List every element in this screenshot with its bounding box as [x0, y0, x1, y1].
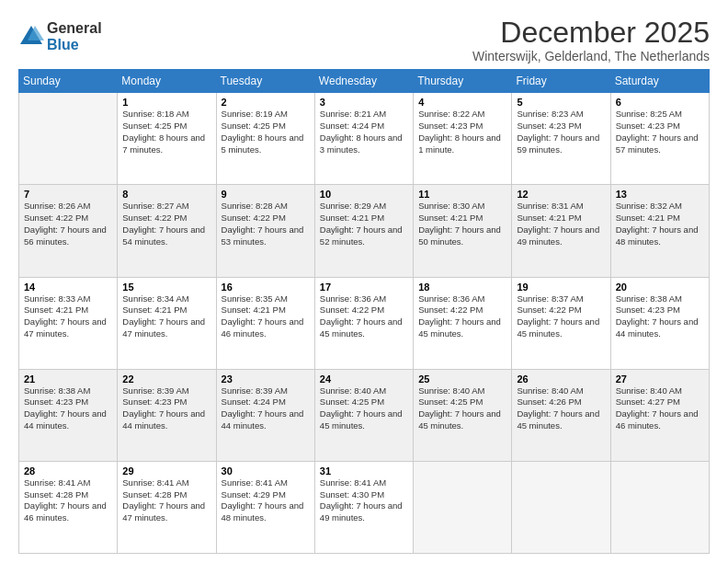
daylight-hours: Daylight: 8 hours and 5 minutes. [222, 132, 304, 155]
calendar-day: 28Sunrise: 8:41 AMSunset: 4:28 PMDayligh… [19, 461, 118, 553]
day-number: 4 [418, 97, 506, 108]
calendar-day: 13Sunrise: 8:32 AMSunset: 4:21 PMDayligh… [610, 185, 709, 277]
day-info: Sunrise: 8:41 AMSunset: 4:30 PMDaylight:… [320, 477, 408, 524]
calendar-day: 23Sunrise: 8:39 AMSunset: 4:24 PMDayligh… [216, 369, 314, 461]
daylight-hours: Daylight: 7 hours and 45 minutes. [418, 408, 501, 431]
daylight-hours: Daylight: 7 hours and 45 minutes. [418, 316, 501, 339]
calendar-day: 24Sunrise: 8:40 AMSunset: 4:25 PMDayligh… [314, 369, 413, 461]
calendar-day: 30Sunrise: 8:41 AMSunset: 4:29 PMDayligh… [216, 461, 314, 553]
calendar-day [610, 461, 709, 553]
day-info: Sunrise: 8:27 AMSunset: 4:22 PMDaylight:… [122, 201, 210, 247]
sunrise: Sunrise: 8:30 AM [418, 201, 484, 211]
col-wednesday: Wednesday [314, 70, 413, 93]
logo-icon [18, 24, 44, 50]
daylight-hours: Daylight: 7 hours and 45 minutes. [517, 408, 599, 431]
calendar-day: 26Sunrise: 8:40 AMSunset: 4:26 PMDayligh… [512, 369, 610, 461]
day-number: 28 [24, 465, 112, 477]
day-info: Sunrise: 8:37 AMSunset: 4:22 PMDaylight:… [517, 293, 605, 340]
daylight-hours: Daylight: 7 hours and 44 minutes. [24, 408, 107, 431]
sunrise: Sunrise: 8:38 AM [616, 293, 682, 304]
col-tuesday: Tuesday [216, 70, 314, 93]
daylight-hours: Daylight: 8 hours and 1 minute. [418, 132, 501, 155]
calendar-week-2: 7Sunrise: 8:26 AMSunset: 4:22 PMDaylight… [19, 185, 710, 277]
logo: General Blue [18, 20, 102, 52]
calendar-day: 5Sunrise: 8:23 AMSunset: 4:23 PMDaylight… [512, 93, 610, 185]
sunset: Sunset: 4:26 PM [517, 396, 581, 407]
day-info: Sunrise: 8:39 AMSunset: 4:24 PMDaylight:… [222, 385, 310, 432]
sunset: Sunset: 4:30 PM [320, 489, 384, 500]
daylight-hours: Daylight: 7 hours and 59 minutes. [517, 132, 599, 155]
day-info: Sunrise: 8:35 AMSunset: 4:21 PMDaylight:… [222, 293, 310, 340]
daylight-hours: Daylight: 7 hours and 54 minutes. [122, 224, 205, 247]
day-info: Sunrise: 8:28 AMSunset: 4:22 PMDaylight:… [222, 201, 310, 247]
day-info: Sunrise: 8:34 AMSunset: 4:21 PMDaylight:… [122, 293, 210, 340]
sunset: Sunset: 4:21 PM [517, 213, 581, 223]
sunset: Sunset: 4:28 PM [24, 489, 88, 500]
sunset: Sunset: 4:22 PM [320, 304, 384, 315]
day-info: Sunrise: 8:29 AMSunset: 4:21 PMDaylight:… [320, 201, 408, 247]
day-number: 30 [222, 465, 310, 477]
calendar-day: 9Sunrise: 8:28 AMSunset: 4:22 PMDaylight… [216, 185, 314, 277]
col-thursday: Thursday [414, 70, 512, 93]
sunset: Sunset: 4:21 PM [24, 304, 88, 315]
day-number: 10 [320, 189, 408, 200]
sunrise: Sunrise: 8:21 AM [320, 109, 386, 119]
day-info: Sunrise: 8:40 AMSunset: 4:25 PMDaylight:… [320, 385, 408, 432]
daylight-hours: Daylight: 7 hours and 50 minutes. [418, 224, 501, 247]
sunset: Sunset: 4:25 PM [320, 396, 384, 407]
day-number: 11 [418, 189, 506, 200]
sunrise: Sunrise: 8:40 AM [418, 385, 484, 396]
sunrise: Sunrise: 8:28 AM [222, 201, 288, 211]
calendar-week-5: 28Sunrise: 8:41 AMSunset: 4:28 PMDayligh… [19, 461, 710, 553]
sunrise: Sunrise: 8:38 AM [24, 385, 90, 396]
sunset: Sunset: 4:23 PM [24, 396, 88, 407]
day-info: Sunrise: 8:21 AMSunset: 4:24 PMDaylight:… [320, 109, 408, 155]
sunset: Sunset: 4:21 PM [320, 213, 384, 223]
title-area: December 2025 Winterswijk, Gelderland, T… [472, 17, 710, 63]
day-info: Sunrise: 8:19 AMSunset: 4:25 PMDaylight:… [222, 109, 310, 155]
day-info: Sunrise: 8:18 AMSunset: 4:25 PMDaylight:… [122, 109, 210, 155]
day-number: 5 [517, 97, 605, 108]
sunrise: Sunrise: 8:22 AM [418, 109, 484, 119]
daylight-hours: Daylight: 7 hours and 47 minutes. [122, 500, 205, 523]
day-info: Sunrise: 8:32 AMSunset: 4:21 PMDaylight:… [616, 201, 704, 247]
day-number: 13 [616, 189, 704, 200]
day-info: Sunrise: 8:26 AMSunset: 4:22 PMDaylight:… [24, 201, 112, 247]
sunset: Sunset: 4:25 PM [418, 396, 483, 407]
day-number: 6 [616, 97, 704, 108]
sunrise: Sunrise: 8:41 AM [24, 477, 90, 488]
page: General Blue December 2025 Winterswijk, … [0, 0, 728, 563]
day-number: 16 [222, 282, 310, 293]
daylight-hours: Daylight: 7 hours and 46 minutes. [222, 316, 304, 339]
subtitle: Winterswijk, Gelderland, The Netherlands [472, 49, 710, 63]
day-number: 31 [320, 465, 408, 477]
sunset: Sunset: 4:23 PM [122, 396, 187, 407]
day-number: 8 [122, 189, 210, 200]
day-number: 9 [222, 189, 310, 200]
day-info: Sunrise: 8:36 AMSunset: 4:22 PMDaylight:… [418, 293, 506, 340]
calendar-day: 17Sunrise: 8:36 AMSunset: 4:22 PMDayligh… [314, 277, 413, 369]
calendar-day: 3Sunrise: 8:21 AMSunset: 4:24 PMDaylight… [314, 93, 413, 185]
sunrise: Sunrise: 8:18 AM [122, 109, 188, 119]
day-info: Sunrise: 8:38 AMSunset: 4:23 PMDaylight:… [616, 293, 704, 340]
sunrise: Sunrise: 8:35 AM [222, 293, 288, 304]
calendar-day: 25Sunrise: 8:40 AMSunset: 4:25 PMDayligh… [414, 369, 512, 461]
sunrise: Sunrise: 8:39 AM [222, 385, 288, 396]
sunrise: Sunrise: 8:33 AM [24, 293, 90, 304]
sunrise: Sunrise: 8:41 AM [122, 477, 188, 488]
day-info: Sunrise: 8:33 AMSunset: 4:21 PMDaylight:… [24, 293, 112, 340]
day-info: Sunrise: 8:38 AMSunset: 4:23 PMDaylight:… [24, 385, 112, 432]
sunset: Sunset: 4:23 PM [517, 121, 581, 131]
daylight-hours: Daylight: 7 hours and 44 minutes. [222, 408, 304, 431]
day-info: Sunrise: 8:41 AMSunset: 4:28 PMDaylight:… [122, 477, 210, 524]
calendar-day: 19Sunrise: 8:37 AMSunset: 4:22 PMDayligh… [512, 277, 610, 369]
calendar-day: 6Sunrise: 8:25 AMSunset: 4:23 PMDaylight… [610, 93, 709, 185]
day-number: 19 [517, 282, 605, 293]
calendar-day: 22Sunrise: 8:39 AMSunset: 4:23 PMDayligh… [118, 369, 216, 461]
day-number: 24 [320, 373, 408, 385]
calendar-day: 1Sunrise: 8:18 AMSunset: 4:25 PMDaylight… [118, 93, 216, 185]
sunset: Sunset: 4:29 PM [222, 489, 286, 500]
sunset: Sunset: 4:21 PM [122, 304, 187, 315]
month-title: December 2025 [472, 17, 710, 49]
daylight-hours: Daylight: 7 hours and 45 minutes. [517, 316, 599, 339]
